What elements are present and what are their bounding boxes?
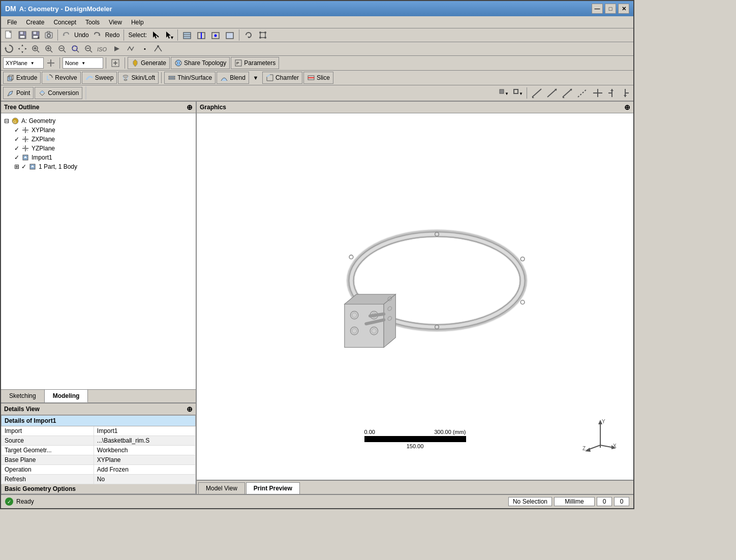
parameters-button[interactable]: P Parameters [231, 57, 279, 69]
tree-item-import1[interactable]: ✓ Import1 [4, 153, 193, 162]
tree-item-1part[interactable]: ⊞ ✓ 1 Part, 1 Body [4, 162, 193, 171]
svg-line-40 [50, 50, 52, 52]
pin-right[interactable] [606, 87, 618, 99]
zoom-out2[interactable] [82, 43, 95, 54]
blend-button[interactable]: Blend [217, 72, 249, 84]
generate-button[interactable]: Generate [128, 57, 170, 69]
transform-button[interactable] [256, 29, 269, 41]
toolbar-row3: XYPlane ▼ None ▼ Generate Share Topology… [1, 56, 633, 71]
redo-button[interactable] [91, 29, 103, 41]
details-label-import: Import [2, 426, 94, 436]
undo-button[interactable] [60, 29, 72, 41]
menu-file[interactable]: File [3, 18, 21, 27]
draw-line1[interactable] [530, 87, 544, 99]
tree-item-zxplane[interactable]: ✓ ZXPlane [4, 135, 193, 144]
menu-tools[interactable]: Tools [81, 18, 104, 27]
details-label-source: Source [2, 436, 94, 446]
svg-marker-100 [624, 95, 627, 97]
view-tabs: Model View Print Preview [197, 480, 633, 494]
tab-modeling[interactable]: Modeling [45, 390, 88, 402]
revolve-button[interactable]: Revolve [42, 72, 80, 84]
blend-dropdown[interactable]: ▼ [250, 72, 261, 83]
tree-pin-button[interactable]: ⊕ [187, 103, 193, 111]
look-at[interactable] [111, 43, 123, 54]
tree-item-root[interactable]: ⊟ G A: Geometry [4, 116, 193, 126]
zoom-in[interactable] [43, 43, 55, 54]
tab-print-preview[interactable]: Print Preview [246, 482, 300, 494]
restore-button[interactable]: □ [605, 4, 616, 14]
share-topology-button[interactable]: Share Topology [171, 57, 230, 69]
tab-sketching[interactable]: Sketching [1, 390, 45, 402]
slice-button[interactable]: Slice [303, 72, 333, 84]
rotate3d[interactable] [124, 43, 138, 54]
draw-line5[interactable] [591, 87, 605, 99]
details-row-operation: Operation Add Frozen [2, 465, 196, 475]
select-mode-2[interactable]: ▼ [163, 29, 175, 41]
none-dropdown[interactable]: None ▼ [63, 57, 103, 69]
tree-item-yzplane[interactable]: ✓ YZPlane [4, 144, 193, 153]
render-mode[interactable] [151, 43, 165, 54]
svg-rect-83 [514, 89, 518, 94]
save-button[interactable] [16, 29, 28, 41]
details-value-operation: Add Frozen [94, 465, 195, 475]
svg-line-85 [532, 89, 541, 97]
line-style1[interactable]: ▼ [511, 87, 524, 99]
thin-surface-button[interactable]: Thin/Surface [164, 72, 216, 84]
svg-line-87 [547, 89, 557, 97]
iso-view[interactable]: ISO [96, 43, 110, 54]
point-button[interactable]: Point [3, 87, 34, 99]
plane-icon[interactable] [45, 57, 57, 69]
body-icon [28, 163, 37, 171]
tree-root-label: A: Geometry [21, 117, 55, 125]
sketch-icon[interactable] [109, 57, 122, 69]
details-label-target: Target Geometr... [2, 446, 94, 455]
chamfer-button[interactable]: Chamfer [262, 72, 302, 84]
reset-view[interactable] [3, 43, 15, 54]
dot-marker[interactable]: • [139, 43, 150, 54]
close-button[interactable]: ✕ [618, 4, 629, 14]
svg-line-142 [370, 314, 384, 316]
svg-text:G: G [13, 119, 16, 124]
saveas-button[interactable]: + [29, 29, 42, 41]
sweep-button[interactable]: Sweep [82, 72, 117, 84]
scale-bar: 0.00 300.00 (mm) 150.00 [364, 429, 466, 449]
select-edge[interactable] [195, 29, 208, 41]
svg-point-22 [214, 35, 217, 37]
zoom-out[interactable] [56, 43, 68, 54]
graphics-area[interactable]: 0.00 300.00 (mm) 150.00 Y [197, 113, 633, 480]
menu-help[interactable]: Help [127, 18, 148, 27]
tree-item-xyplane[interactable]: ✓ XYPlane [4, 126, 193, 135]
select-face[interactable] [180, 29, 194, 41]
draw-line2[interactable] [545, 87, 559, 99]
draw-line4[interactable] [575, 87, 590, 99]
conversion-button[interactable]: Conversion [35, 87, 82, 99]
plane-dropdown[interactable]: XYPlane ▼ [3, 57, 44, 69]
status-num1: 0 [597, 497, 612, 506]
tab-model-view[interactable]: Model View [198, 482, 245, 494]
svg-point-54 [157, 45, 159, 47]
new-button[interactable] [3, 29, 15, 41]
menu-view[interactable]: View [105, 18, 126, 27]
zoom-box[interactable] [69, 43, 81, 54]
menu-concept[interactable]: Concept [49, 18, 80, 27]
fill-tool[interactable]: ▼ [497, 87, 510, 99]
rotate-button[interactable] [242, 29, 255, 41]
details-pin-button[interactable]: ⊕ [187, 405, 193, 413]
select-vertex[interactable] [209, 29, 222, 41]
pin-right2[interactable] [619, 87, 631, 99]
skinloft-button[interactable]: Skin/Loft [118, 72, 159, 84]
details-scroll-area: Details of Import1 Import Import1 So [1, 415, 196, 494]
scale-mid: 150.00 [364, 443, 466, 449]
minimize-button[interactable]: — [592, 4, 603, 14]
draw-line3[interactable] [560, 87, 574, 99]
screenshot-button[interactable] [43, 29, 55, 41]
menu-create[interactable]: Create [22, 18, 48, 27]
graphics-pin-button[interactable]: ⊕ [624, 103, 630, 111]
extrude-button[interactable]: Extrude [3, 72, 41, 84]
zoom-fit[interactable] [29, 43, 42, 54]
status-num2: 0 [614, 497, 629, 506]
select-mode-1[interactable] [149, 29, 162, 41]
pan-button[interactable] [16, 43, 28, 54]
tree-import1-label: Import1 [32, 154, 52, 161]
select-body[interactable] [223, 29, 236, 41]
